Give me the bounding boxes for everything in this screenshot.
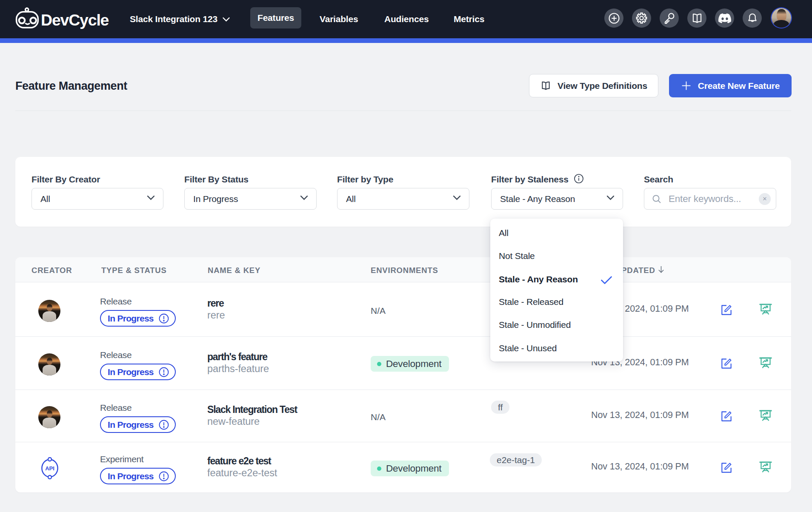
- svg-text:DevCycle: DevCycle: [41, 11, 109, 29]
- svg-text:API: API: [45, 465, 54, 472]
